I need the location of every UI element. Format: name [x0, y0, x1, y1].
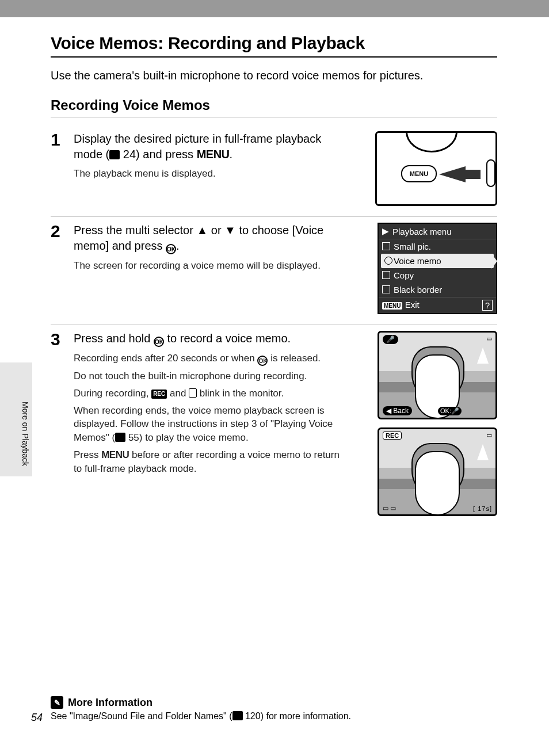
mode-icon: ▭ ▭ [383, 505, 396, 512]
arrow-icon [439, 166, 466, 182]
ok-icon: OK [154, 337, 164, 347]
step-3-lead: Press and hold OK to record a voice memo… [74, 331, 338, 347]
step-1-p1: The playback menu is displayed. [74, 167, 347, 181]
ok-label: OK:🎤 [438, 407, 462, 415]
manual-page: More on Playback Voice Memos: Recording … [0, 0, 549, 756]
timer: [ 17s] [473, 505, 492, 512]
menu-item-selected: Voice memo [381, 254, 494, 268]
more-info-heading: More Information [68, 697, 152, 709]
play-icon: ▶ [382, 226, 389, 236]
step-3-p2: Do not touch the built-in microphone dur… [74, 369, 347, 383]
step-3: 3 Press and hold OK to record a voice me… [51, 325, 497, 534]
ok-icon: OK [257, 356, 268, 366]
mic-icon: 🎤 [383, 335, 398, 344]
page-title: Voice Memos: Recording and Playback [51, 17, 497, 58]
camera-ref-icon [109, 150, 120, 159]
section-heading: Recording Voice Memos [51, 88, 497, 117]
step-2: 2 Press the multi selector ▲ or ▼ to cho… [51, 217, 497, 325]
memory-icon: ▭ [486, 335, 492, 342]
step-1-lead: Display the desired picture in full-fram… [74, 131, 338, 162]
top-gray-bar [0, 0, 549, 17]
step-2-lead: Press the multi selector ▲ or ▼ to choos… [74, 223, 338, 254]
memory-icon: ▭ [486, 432, 492, 439]
menu-title: Playback menu [392, 227, 452, 236]
menu-tag: MENU [382, 302, 402, 310]
ok-icon: OK [166, 244, 176, 254]
camera-ref-icon [115, 433, 125, 442]
record-screen-1: 🎤 ▭ ◀ Back OK:🎤 [378, 331, 497, 419]
back-label: ◀ Back [383, 406, 412, 415]
step-2-p1: The screen for recording a voice memo wi… [74, 259, 347, 273]
info-icon: ✎ [51, 696, 63, 709]
menu-word: MENU [197, 148, 230, 161]
menu-item: Black border [379, 282, 496, 297]
camera-ref-icon [232, 711, 243, 720]
more-info-text: See "Image/Sound File and Folder Names" … [51, 711, 497, 721]
step-3-p4: When recording ends, the voice memo play… [74, 404, 347, 445]
camera-diagram: MENU [375, 131, 497, 206]
page-number: 54 [31, 712, 43, 724]
step-number: 1 [51, 131, 74, 206]
menu-button-label: MENU [401, 165, 437, 182]
rec-indicator: REC [383, 432, 402, 440]
step-3-p5: Press MENU before or after recording a v… [74, 448, 347, 476]
rec-icon: REC [151, 390, 167, 399]
more-info-box: ✎More Information See "Image/Sound File … [51, 696, 497, 721]
step-3-p3: During recording, REC and blink in the m… [74, 387, 347, 400]
step-3-p1: Recording ends after 20 seconds or when … [74, 352, 347, 366]
menu-item: Small pic. [379, 239, 496, 254]
step-number: 2 [51, 223, 74, 314]
help-icon: ? [482, 300, 493, 311]
exit-label: Exit [405, 300, 420, 310]
playback-menu-screen: ▶Playback menu Small pic. Voice memo Cop… [378, 223, 497, 314]
record-screen-2: REC ▭ ▭ ▭ [ 17s] [378, 427, 497, 516]
speaker-icon [189, 388, 197, 398]
step-number: 3 [51, 331, 74, 524]
menu-word: MENU [101, 449, 129, 460]
menu-item: Copy [379, 268, 496, 282]
step-1: 1 Display the desired picture in full-fr… [51, 125, 497, 217]
intro-text: Use the camera's built-in microphone to … [51, 58, 497, 88]
